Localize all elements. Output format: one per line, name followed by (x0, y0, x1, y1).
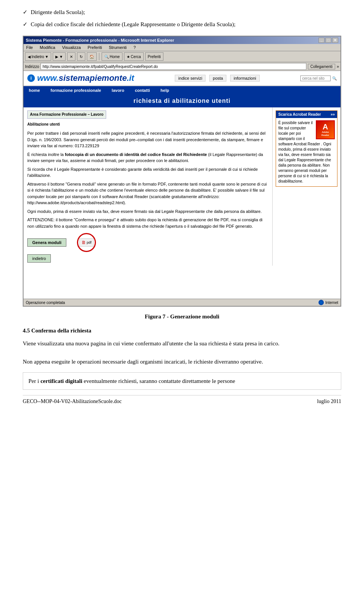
search-row: 🔍 (300, 76, 337, 81)
collegamenti-button[interactable]: Collegamenti (308, 64, 335, 69)
favorites-button[interactable]: ★ Cerca (124, 52, 144, 61)
section-45: 4.5 Conferma della richiesta Viene visua… (23, 326, 341, 366)
intro-bullets: ✓ Dirigente della Scuola); ✓ Copia del c… (23, 8, 341, 29)
search-area: 🔍 (300, 76, 337, 81)
browser-window: Sistema Piemonte - Formazione profession… (23, 36, 341, 307)
menu-preferiti[interactable]: Preferiti (86, 45, 103, 50)
main-text-p2: È richiesta inoltre la fotocopia di un d… (27, 151, 268, 164)
bullet-1-text: Dirigente della Scuola); (31, 8, 85, 17)
content-layout: Area Formazione Professionale – Lavoro A… (24, 107, 340, 266)
nav-formazione[interactable]: formazione professionale (45, 86, 106, 94)
address-bar: Indirizzo Collegamenti » (24, 62, 340, 71)
internet-icon (318, 300, 324, 305)
search-icon: 🔍 (104, 55, 109, 59)
button-row: Genera moduli 🗎 pdf (27, 233, 268, 252)
genera-moduli-button[interactable]: Genera moduli (27, 238, 66, 247)
browser-statusbar: Operazione completata Internet (24, 299, 340, 306)
site-header: i www.sistemapiemonte.it indice servizi … (24, 71, 340, 86)
indietro-button[interactable]: indietro (27, 254, 51, 263)
main-content-area: Area Formazione Professionale – Lavoro A… (24, 107, 272, 266)
indietro-row: indietro (27, 254, 268, 263)
header-nav: indice servizi posta informazioni (175, 75, 259, 82)
status-text: Operazione completata (26, 301, 65, 305)
checkmark-icon-1: ✓ (23, 8, 28, 17)
titlebar-buttons: _ □ ✕ (318, 38, 338, 43)
main-text-attention: ATTENZIONE: il bottone "Conferma e prose… (27, 217, 268, 229)
sidebar-arrow-icon: »» (331, 112, 335, 117)
sidebar-box-content: A Adobe Reader È possibile salvare il fi… (276, 118, 337, 186)
browser-toolbar: ◀ Indietro ▼ ▶ ▼ ✕ ↻ 🏠 🔍 Home ★ Cerca Pr… (24, 51, 340, 62)
search-submit-icon[interactable]: 🔍 (332, 76, 337, 80)
nav-posta[interactable]: posta (209, 75, 226, 82)
sidebar-box: Scarica Acrobat Reader »» A Adobe Reader… (276, 110, 337, 187)
site-nav: home formazione professionale lavoro con… (24, 86, 340, 94)
adobe-reader-image: A Adobe Reader (316, 120, 335, 139)
pdf-label: pdf (87, 240, 92, 245)
favorites-icon: ★ (127, 55, 130, 59)
site-logo: www.sistemapiemonte.it (37, 73, 134, 83)
nav-contatti[interactable]: contatti (130, 86, 155, 94)
nav-informazioni[interactable]: informazioni (230, 75, 259, 82)
close-button[interactable]: ✕ (332, 38, 338, 43)
site-search-input[interactable] (300, 76, 331, 81)
adobe-label: Adobe (322, 131, 329, 134)
status-internet: Internet (318, 300, 338, 305)
minimize-button[interactable]: _ (318, 38, 325, 43)
address-label: Indirizzo (25, 65, 39, 69)
menu-visualizza[interactable]: Visualizza (61, 45, 82, 50)
multimedia-button[interactable]: Preferiti (145, 52, 163, 61)
sidebar-box-title: Scarica Acrobat Reader »» (276, 111, 337, 118)
breadcrumb: Area Formazione Professionale – Lavoro (27, 110, 106, 119)
pdf-icon: 🗎 (82, 239, 86, 246)
menu-file[interactable]: File (25, 45, 34, 50)
sub-breadcrumb: Abilitazione utenti (27, 122, 268, 127)
home-button[interactable]: 🏠 (87, 52, 97, 61)
back-button[interactable]: ◀ Indietro ▼ (25, 52, 51, 61)
expand-icon: » (337, 64, 339, 69)
nav-lavoro[interactable]: lavoro (107, 86, 130, 94)
forward-arrow-icon: ▶ (55, 55, 58, 59)
menu-modifica[interactable]: Modifica (39, 45, 56, 50)
website-content: i www.sistemapiemonte.it indice servizi … (24, 71, 340, 299)
page-content: ✓ Dirigente della Scuola); ✓ Copia del c… (23, 8, 341, 405)
nav-home[interactable]: home (24, 86, 45, 94)
figure-caption: Figura 7 - Generazione moduli (23, 313, 341, 320)
search-button[interactable]: 🔍 Home (102, 52, 122, 61)
section-45-text1: Viene visualizzata una nuova pagina in c… (23, 339, 341, 348)
forward-button[interactable]: ▶ ▼ (53, 52, 66, 61)
section-45-heading: 4.5 Conferma della richiesta (23, 326, 341, 335)
browser-title: Sistema Piemonte - Formazione profession… (26, 38, 174, 43)
bullet-2-text: Copia del codice fiscale del richiedente… (31, 20, 235, 29)
main-text-p3: Si ricorda che il Legale Rappresentante … (27, 166, 268, 179)
url-input[interactable] (41, 63, 306, 70)
menu-help[interactable]: ? (132, 45, 137, 50)
stop-button[interactable]: ✕ (67, 52, 75, 61)
section-45-text2: Non appena eseguite le operazioni necess… (23, 357, 341, 366)
checkmark-icon-2: ✓ (23, 20, 28, 29)
page-title: richiesta di abilitazione utenti (24, 94, 340, 107)
footer-center: luglio 2011 (317, 398, 341, 405)
bullet-2: ✓ Copia del codice fiscale del richieden… (23, 20, 341, 29)
nav-help[interactable]: help (155, 86, 174, 94)
sidebar: Scarica Acrobat Reader »» A Adobe Reader… (272, 107, 340, 266)
site-logo-icon: i (27, 74, 35, 82)
adobe-a-letter: A (323, 123, 328, 131)
maximize-button[interactable]: □ (325, 38, 331, 43)
highlight-text: Per i certificati digitali eventualmente… (28, 378, 235, 384)
internet-label: Internet (325, 301, 338, 305)
browser-titlebar: Sistema Piemonte - Formazione profession… (24, 36, 340, 44)
main-text-p1: Per poter trattare i dati personali inse… (27, 130, 268, 149)
adobe-sub: Reader (322, 134, 329, 137)
back-arrow-icon: ◀ (28, 55, 31, 59)
search-label: Home (110, 55, 120, 59)
nav-indice[interactable]: indice servizi (175, 75, 206, 82)
forward-dropdown-icon: ▼ (59, 55, 63, 59)
menu-strumenti[interactable]: Strumenti (108, 45, 128, 50)
footer-left: GECO--MOP-04-V02-AbilitazioneScuole.doc (23, 398, 122, 405)
bullet-1: ✓ Dirigente della Scuola); (23, 8, 341, 17)
refresh-button[interactable]: ↻ (77, 52, 85, 61)
sidebar-title-text: Scarica Acrobat Reader (278, 112, 321, 117)
pdf-inner: 🗎 pdf (79, 238, 94, 247)
back-dropdown-icon: ▼ (45, 55, 49, 59)
main-text-p4: Attraverso il bottone "Genera moduli" vi… (27, 181, 268, 206)
